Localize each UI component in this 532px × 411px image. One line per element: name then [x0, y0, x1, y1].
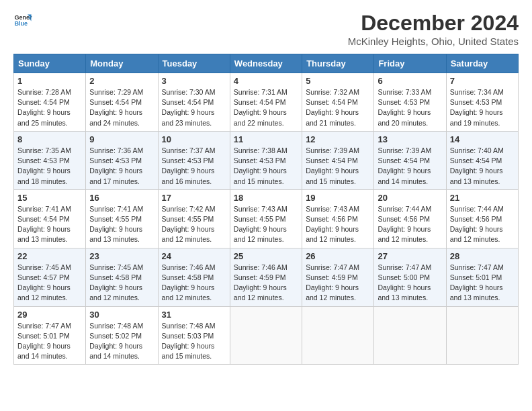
weekday-header-sunday: Sunday — [14, 54, 86, 73]
daylight-label: Daylight: 9 hours and 12 minutes. — [306, 225, 359, 243]
calendar-cell — [374, 306, 446, 365]
sunset-label: Sunset: 4:53 PM — [162, 156, 214, 165]
daylight-label: Daylight: 9 hours and 15 minutes. — [306, 167, 359, 185]
daylight-label: Daylight: 9 hours and 22 minutes. — [234, 108, 287, 126]
day-info: Sunrise: 7:35 AM Sunset: 4:53 PM Dayligh… — [17, 146, 82, 187]
daylight-label: Daylight: 9 hours and 14 minutes. — [17, 342, 71, 360]
day-info: Sunrise: 7:44 AM Sunset: 4:56 PM Dayligh… — [378, 204, 442, 245]
day-number: 28 — [450, 251, 515, 261]
daylight-label: Daylight: 9 hours and 12 minutes. — [162, 283, 215, 302]
location: McKinley Heights, Ohio, United States — [348, 36, 519, 47]
sunrise-label: Sunrise: 7:44 AM — [450, 205, 504, 213]
daylight-label: Daylight: 9 hours and 15 minutes. — [162, 342, 215, 360]
day-info: Sunrise: 7:30 AM Sunset: 4:54 PM Dayligh… — [162, 87, 226, 128]
title-block: December 2024 McKinley Heights, Ohio, Un… — [348, 11, 519, 47]
day-number: 16 — [89, 193, 154, 203]
day-number: 30 — [89, 310, 154, 320]
calendar-cell: 15 Sunrise: 7:41 AM Sunset: 4:54 PM Dayl… — [14, 189, 86, 248]
calendar-cell: 28 Sunrise: 7:47 AM Sunset: 5:01 PM Dayl… — [446, 248, 518, 306]
daylight-label: Daylight: 9 hours and 15 minutes. — [234, 167, 287, 185]
logo: General Blue — [13, 11, 32, 30]
day-number: 25 — [234, 251, 298, 261]
sunrise-label: Sunrise: 7:33 AM — [378, 88, 431, 96]
calendar-cell: 19 Sunrise: 7:43 AM Sunset: 4:56 PM Dayl… — [302, 189, 374, 248]
sunset-label: Sunset: 5:02 PM — [89, 332, 142, 340]
daylight-label: Daylight: 9 hours and 23 minutes. — [162, 108, 215, 126]
day-number: 20 — [378, 193, 442, 203]
daylight-label: Daylight: 9 hours and 12 minutes. — [17, 283, 71, 302]
day-info: Sunrise: 7:47 AM Sunset: 5:01 PM Dayligh… — [17, 321, 82, 362]
calendar-cell: 18 Sunrise: 7:43 AM Sunset: 4:55 PM Dayl… — [230, 189, 302, 248]
day-info: Sunrise: 7:40 AM Sunset: 4:54 PM Dayligh… — [450, 146, 515, 187]
day-info: Sunrise: 7:31 AM Sunset: 4:54 PM Dayligh… — [234, 87, 298, 128]
daylight-label: Daylight: 9 hours and 12 minutes. — [89, 283, 142, 302]
daylight-label: Daylight: 9 hours and 13 minutes. — [450, 283, 503, 302]
calendar-week-row: 29 Sunrise: 7:47 AM Sunset: 5:01 PM Dayl… — [14, 306, 519, 365]
calendar-cell: 26 Sunrise: 7:47 AM Sunset: 4:59 PM Dayl… — [302, 248, 374, 306]
day-number: 14 — [450, 134, 515, 144]
calendar-cell: 17 Sunrise: 7:42 AM Sunset: 4:55 PM Dayl… — [158, 189, 230, 248]
daylight-label: Daylight: 9 hours and 25 minutes. — [17, 108, 71, 126]
weekday-header-thursday: Thursday — [302, 54, 374, 73]
day-number: 3 — [162, 76, 226, 86]
daylight-label: Daylight: 9 hours and 12 minutes. — [234, 225, 287, 243]
day-number: 15 — [17, 193, 82, 203]
day-number: 12 — [306, 134, 370, 144]
calendar-cell — [446, 306, 518, 365]
daylight-label: Daylight: 9 hours and 13 minutes. — [89, 225, 142, 243]
day-number: 31 — [162, 310, 226, 320]
day-info: Sunrise: 7:45 AM Sunset: 4:58 PM Dayligh… — [89, 263, 154, 304]
day-number: 29 — [17, 310, 82, 320]
weekday-header-row: SundayMondayTuesdayWednesdayThursdayFrid… — [14, 54, 519, 73]
logo-icon: General Blue — [13, 11, 32, 30]
daylight-label: Daylight: 9 hours and 19 minutes. — [450, 108, 503, 126]
day-number: 8 — [17, 134, 82, 144]
calendar-cell: 10 Sunrise: 7:37 AM Sunset: 4:53 PM Dayl… — [158, 131, 230, 189]
sunrise-label: Sunrise: 7:43 AM — [306, 205, 359, 213]
weekday-header-saturday: Saturday — [446, 54, 518, 73]
calendar-cell: 6 Sunrise: 7:33 AM Sunset: 4:53 PM Dayli… — [374, 73, 446, 132]
calendar-cell: 22 Sunrise: 7:45 AM Sunset: 4:57 PM Dayl… — [14, 248, 86, 306]
calendar-cell: 25 Sunrise: 7:46 AM Sunset: 4:59 PM Dayl… — [230, 248, 302, 306]
sunrise-label: Sunrise: 7:34 AM — [450, 88, 504, 96]
daylight-label: Daylight: 9 hours and 14 minutes. — [89, 342, 142, 360]
sunset-label: Sunset: 4:57 PM — [17, 273, 70, 281]
sunset-label: Sunset: 4:56 PM — [306, 215, 358, 223]
sunrise-label: Sunrise: 7:35 AM — [17, 146, 71, 154]
calendar-cell: 13 Sunrise: 7:39 AM Sunset: 4:54 PM Dayl… — [374, 131, 446, 189]
daylight-label: Daylight: 9 hours and 13 minutes. — [450, 167, 503, 185]
day-info: Sunrise: 7:45 AM Sunset: 4:57 PM Dayligh… — [17, 263, 82, 304]
day-info: Sunrise: 7:43 AM Sunset: 4:55 PM Dayligh… — [234, 204, 298, 245]
sunrise-label: Sunrise: 7:29 AM — [89, 88, 143, 96]
sunset-label: Sunset: 4:54 PM — [234, 98, 286, 106]
sunrise-label: Sunrise: 7:45 AM — [89, 263, 143, 271]
sunrise-label: Sunrise: 7:47 AM — [378, 263, 431, 271]
day-info: Sunrise: 7:32 AM Sunset: 4:54 PM Dayligh… — [306, 87, 370, 128]
daylight-label: Daylight: 9 hours and 12 minutes. — [162, 225, 215, 243]
daylight-label: Daylight: 9 hours and 13 minutes. — [378, 283, 431, 302]
calendar-cell: 31 Sunrise: 7:48 AM Sunset: 5:03 PM Dayl… — [158, 306, 230, 365]
day-info: Sunrise: 7:48 AM Sunset: 5:03 PM Dayligh… — [162, 321, 226, 362]
sunset-label: Sunset: 5:01 PM — [450, 273, 502, 281]
calendar-week-row: 1 Sunrise: 7:28 AM Sunset: 4:54 PM Dayli… — [14, 73, 519, 132]
day-number: 10 — [162, 134, 226, 144]
day-info: Sunrise: 7:38 AM Sunset: 4:53 PM Dayligh… — [234, 146, 298, 187]
calendar-week-row: 22 Sunrise: 7:45 AM Sunset: 4:57 PM Dayl… — [14, 248, 519, 306]
calendar-cell: 9 Sunrise: 7:36 AM Sunset: 4:53 PM Dayli… — [86, 131, 158, 189]
sunrise-label: Sunrise: 7:47 AM — [306, 263, 359, 271]
sunset-label: Sunset: 4:58 PM — [162, 273, 214, 281]
day-info: Sunrise: 7:29 AM Sunset: 4:54 PM Dayligh… — [89, 87, 154, 128]
daylight-label: Daylight: 9 hours and 20 minutes. — [378, 108, 431, 126]
sunset-label: Sunset: 4:54 PM — [17, 98, 70, 106]
sunset-label: Sunset: 4:58 PM — [89, 273, 142, 281]
daylight-label: Daylight: 9 hours and 18 minutes. — [17, 167, 71, 185]
sunset-label: Sunset: 4:53 PM — [378, 98, 430, 106]
sunset-label: Sunset: 4:53 PM — [234, 156, 286, 165]
calendar-cell: 11 Sunrise: 7:38 AM Sunset: 4:53 PM Dayl… — [230, 131, 302, 189]
daylight-label: Daylight: 9 hours and 17 minutes. — [89, 167, 142, 185]
day-number: 27 — [378, 251, 442, 261]
sunset-label: Sunset: 4:56 PM — [378, 215, 430, 223]
calendar-cell — [302, 306, 374, 365]
sunrise-label: Sunrise: 7:41 AM — [17, 205, 71, 213]
sunset-label: Sunset: 4:53 PM — [89, 156, 142, 165]
